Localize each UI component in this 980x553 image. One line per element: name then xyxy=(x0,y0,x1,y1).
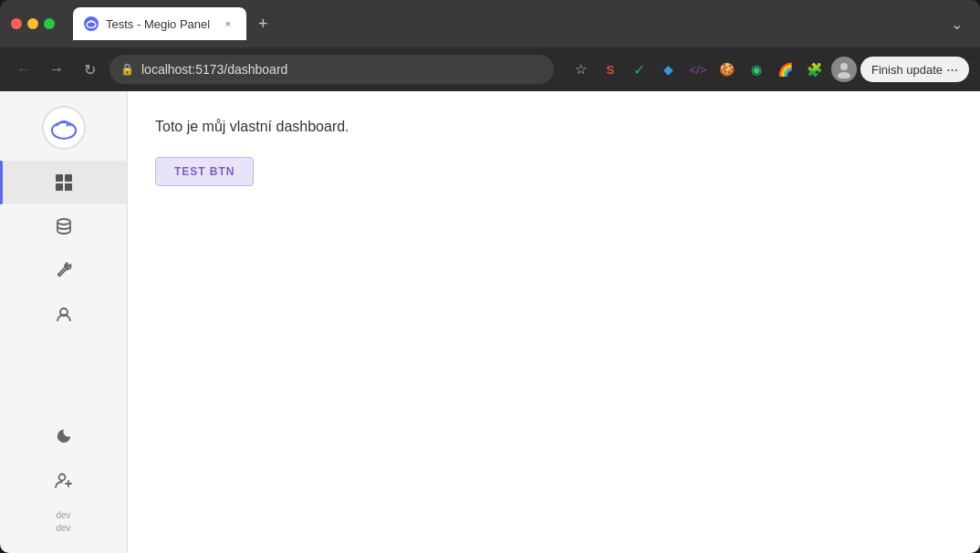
users-icon xyxy=(55,305,73,323)
active-tab[interactable]: Tests - Megio Panel × xyxy=(73,7,246,40)
lock-icon: 🔒 xyxy=(120,63,134,76)
extension-circle-icon[interactable]: ◉ xyxy=(744,57,769,82)
browser-more-button[interactable]: ⌄ xyxy=(944,11,969,37)
svg-point-7 xyxy=(58,475,65,481)
extension-rainbow-icon[interactable]: 🌈 xyxy=(773,57,798,82)
finish-update-more-icon: ⋯ xyxy=(946,63,958,77)
page-paragraph: Toto je můj vlastní dashboard. xyxy=(155,119,953,135)
tab-title: Tests - Megio Panel xyxy=(106,17,210,31)
svg-point-1 xyxy=(840,63,848,70)
extension-diamond-icon[interactable]: ◆ xyxy=(656,57,682,82)
logo-icon xyxy=(49,113,78,142)
browser-content: dev dev Toto je můj vlastní dashboard. T… xyxy=(0,91,980,553)
sidebar: dev dev xyxy=(0,91,128,553)
sidebar-bottom: dev dev xyxy=(0,414,127,538)
tab-bar: Tests - Megio Panel × + xyxy=(73,7,936,40)
sidebar-item-tools[interactable] xyxy=(0,248,127,292)
svg-point-5 xyxy=(57,219,70,224)
svg-point-4 xyxy=(66,124,68,127)
extension-cookie-icon[interactable]: 🍪 xyxy=(714,57,740,82)
test-button[interactable]: TEST BTN xyxy=(155,157,254,186)
database-icon xyxy=(55,217,73,235)
finish-update-button[interactable]: Finish update ⋯ xyxy=(860,57,969,82)
finish-update-label: Finish update xyxy=(871,63,943,77)
tab-close-button[interactable]: × xyxy=(221,16,235,31)
extension-puzzle-icon[interactable]: 🧩 xyxy=(802,57,828,82)
new-tab-button[interactable]: + xyxy=(250,11,276,37)
back-button[interactable]: ← xyxy=(11,57,36,82)
profile-avatar[interactable] xyxy=(831,57,857,82)
sidebar-item-add-user[interactable] xyxy=(0,458,127,502)
svg-point-3 xyxy=(52,122,76,139)
minimize-window-button[interactable] xyxy=(27,18,38,29)
browser-controls-right: ⌄ xyxy=(944,11,969,37)
forward-button[interactable]: → xyxy=(44,57,69,82)
dev-label-1: dev xyxy=(56,509,70,522)
sidebar-logo[interactable] xyxy=(42,106,86,150)
refresh-button[interactable]: ↻ xyxy=(77,57,102,82)
toolbar-icons: ☆ S ✓ ◆ </> 🍪 ◉ 🌈 🧩 Finish update ⋯ xyxy=(568,57,969,82)
close-window-button[interactable] xyxy=(11,18,22,29)
bookmark-icon[interactable]: ☆ xyxy=(568,57,594,82)
extension-s-icon[interactable]: S xyxy=(598,57,623,82)
add-user-icon xyxy=(55,471,73,489)
sidebar-item-database[interactable] xyxy=(0,204,127,248)
tools-icon xyxy=(55,261,73,279)
sidebar-item-users[interactable] xyxy=(0,292,127,336)
dev-label-2: dev xyxy=(56,522,70,535)
extension-v-icon[interactable]: ✓ xyxy=(627,57,652,82)
sidebar-item-dashboard[interactable] xyxy=(0,161,127,204)
extension-code-icon[interactable]: </> xyxy=(685,57,711,82)
address-text: localhost:5173/dashboard xyxy=(141,62,287,77)
title-bar: Tests - Megio Panel × + ⌄ xyxy=(0,0,980,47)
browser-window: Tests - Megio Panel × + ⌄ ← → ↻ 🔒 localh… xyxy=(0,0,980,553)
sidebar-item-darkmode[interactable] xyxy=(0,414,127,458)
dashboard-icon xyxy=(56,174,72,191)
moon-icon xyxy=(56,428,72,444)
address-bar: ← → ↻ 🔒 localhost:5173/dashboard ☆ S ✓ ◆… xyxy=(0,47,980,91)
page-content: Toto je můj vlastní dashboard. TEST BTN xyxy=(128,91,980,553)
dev-label-container: dev dev xyxy=(56,502,70,538)
traffic-lights xyxy=(11,18,55,29)
maximize-window-button[interactable] xyxy=(44,18,55,29)
address-field[interactable]: 🔒 localhost:5173/dashboard xyxy=(109,55,554,84)
tab-favicon xyxy=(84,16,99,31)
svg-point-2 xyxy=(838,72,850,78)
